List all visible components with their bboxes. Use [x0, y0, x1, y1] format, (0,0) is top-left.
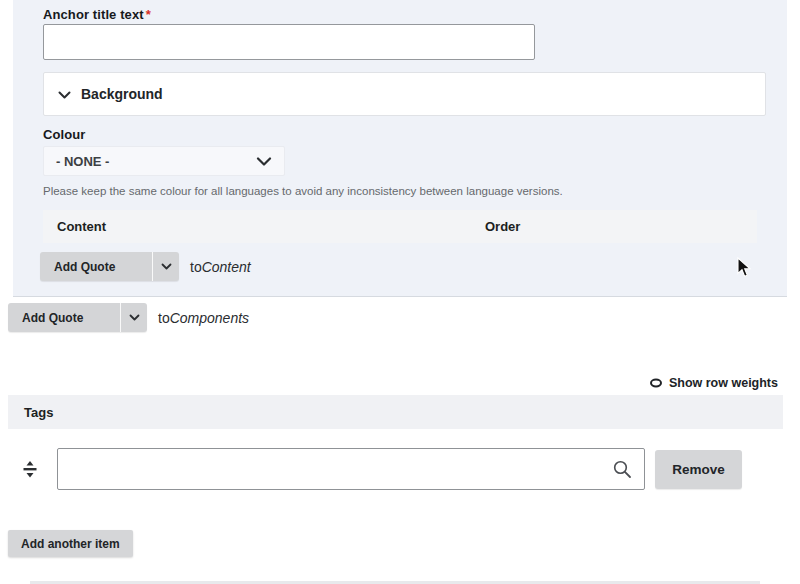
- add-quote-button[interactable]: Add Quote: [8, 303, 147, 332]
- add-quote-dropdown-toggle[interactable]: [120, 303, 147, 332]
- content-table-header: Content Order: [43, 210, 757, 243]
- add-quote-button-label[interactable]: Add Quote: [8, 303, 120, 332]
- add-quote-dropdown-toggle[interactable]: [152, 252, 179, 281]
- colour-select[interactable]: - NONE -: [43, 146, 285, 176]
- paragraph-subform-panel: Anchor title text* Background Colour - N…: [13, 0, 787, 297]
- background-section-title: Background: [81, 86, 163, 102]
- required-asterisk: *: [146, 7, 151, 22]
- chevron-down-icon: [129, 314, 140, 321]
- colour-label: Colour: [43, 127, 85, 142]
- anchor-title-input[interactable]: [43, 24, 535, 60]
- add-quote-target-text: toContent: [190, 259, 251, 275]
- add-another-item-button[interactable]: Add another item: [8, 530, 133, 557]
- show-row-weights-link[interactable]: Show row weights: [649, 374, 778, 392]
- add-quote-button[interactable]: Add Quote: [40, 252, 179, 281]
- colour-select-value: - NONE -: [56, 154, 109, 169]
- anchor-title-label: Anchor title text*: [43, 7, 151, 22]
- drag-handle-icon: [22, 461, 38, 478]
- add-quote-target-text: toComponents: [158, 310, 249, 326]
- remove-button[interactable]: Remove: [655, 450, 742, 489]
- content-column-header: Content: [57, 219, 106, 234]
- colour-help-text: Please keep the same colour for all lang…: [43, 184, 753, 199]
- tags-section-header: Tags: [8, 395, 783, 429]
- search-icon: [613, 460, 632, 483]
- tags-search-input[interactable]: [57, 448, 645, 490]
- chevron-down-icon: [161, 263, 172, 270]
- tags-section-title: Tags: [24, 405, 53, 420]
- drag-handle[interactable]: [22, 461, 38, 478]
- anchor-title-label-text: Anchor title text: [43, 7, 144, 22]
- eye-icon: [649, 374, 663, 392]
- chevron-down-icon: [58, 85, 71, 103]
- chevron-down-icon: [256, 152, 272, 170]
- components-add-row: Add Quote toComponents: [8, 303, 249, 332]
- content-add-row: Add Quote toContent: [40, 252, 251, 281]
- background-section-toggle[interactable]: Background: [43, 72, 766, 116]
- tags-autocomplete-field: [57, 448, 645, 490]
- order-column-header: Order: [485, 219, 520, 234]
- add-quote-button-label[interactable]: Add Quote: [40, 252, 152, 281]
- show-row-weights-label: Show row weights: [669, 376, 778, 390]
